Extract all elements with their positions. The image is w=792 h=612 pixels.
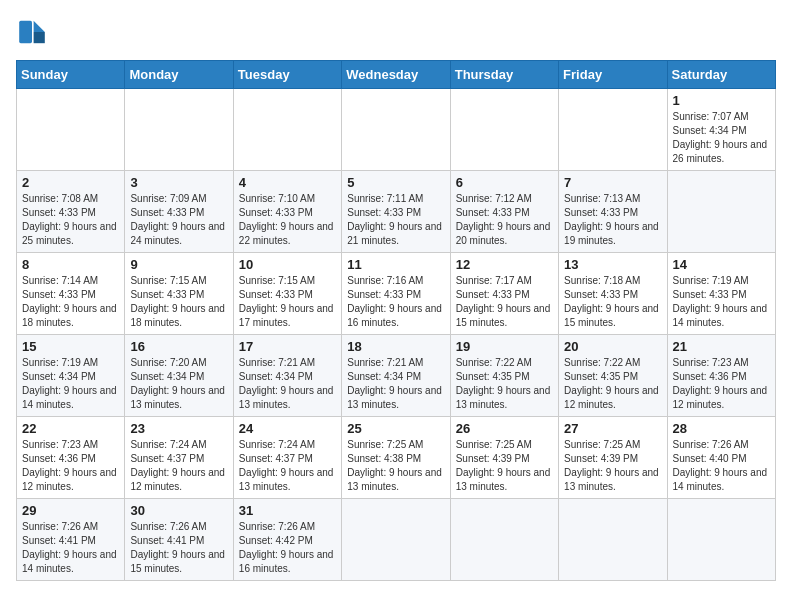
day-info: Sunrise: 7:19 AMSunset: 4:34 PMDaylight:… — [22, 356, 119, 412]
day-number: 26 — [456, 421, 553, 436]
calendar-day: 13Sunrise: 7:18 AMSunset: 4:33 PMDayligh… — [559, 253, 667, 335]
calendar-day: 27Sunrise: 7:25 AMSunset: 4:39 PMDayligh… — [559, 417, 667, 499]
svg-marker-1 — [34, 32, 45, 43]
empty-cell — [559, 89, 667, 171]
calendar-day: 8Sunrise: 7:14 AMSunset: 4:33 PMDaylight… — [17, 253, 125, 335]
day-number: 6 — [456, 175, 553, 190]
calendar-day: 1Sunrise: 7:07 AMSunset: 4:34 PMDaylight… — [667, 89, 775, 171]
weekday-header-row: SundayMondayTuesdayWednesdayThursdayFrid… — [17, 61, 776, 89]
calendar-day — [667, 499, 775, 581]
day-info: Sunrise: 7:07 AMSunset: 4:34 PMDaylight:… — [673, 110, 770, 166]
calendar-week-5: 22Sunrise: 7:23 AMSunset: 4:36 PMDayligh… — [17, 417, 776, 499]
day-info: Sunrise: 7:22 AMSunset: 4:35 PMDaylight:… — [564, 356, 661, 412]
calendar-week-4: 15Sunrise: 7:19 AMSunset: 4:34 PMDayligh… — [17, 335, 776, 417]
day-info: Sunrise: 7:08 AMSunset: 4:33 PMDaylight:… — [22, 192, 119, 248]
calendar-day: 9Sunrise: 7:15 AMSunset: 4:33 PMDaylight… — [125, 253, 233, 335]
day-number: 4 — [239, 175, 336, 190]
calendar-day: 17Sunrise: 7:21 AMSunset: 4:34 PMDayligh… — [233, 335, 341, 417]
calendar-week-1: 1Sunrise: 7:07 AMSunset: 4:34 PMDaylight… — [17, 89, 776, 171]
weekday-header-saturday: Saturday — [667, 61, 775, 89]
day-number: 5 — [347, 175, 444, 190]
calendar-day: 18Sunrise: 7:21 AMSunset: 4:34 PMDayligh… — [342, 335, 450, 417]
calendar-day: 23Sunrise: 7:24 AMSunset: 4:37 PMDayligh… — [125, 417, 233, 499]
day-number: 29 — [22, 503, 119, 518]
day-number: 11 — [347, 257, 444, 272]
day-number: 18 — [347, 339, 444, 354]
calendar-day: 6Sunrise: 7:12 AMSunset: 4:33 PMDaylight… — [450, 171, 558, 253]
page-header — [16, 16, 776, 48]
day-info: Sunrise: 7:25 AMSunset: 4:39 PMDaylight:… — [564, 438, 661, 494]
day-number: 3 — [130, 175, 227, 190]
day-info: Sunrise: 7:18 AMSunset: 4:33 PMDaylight:… — [564, 274, 661, 330]
day-number: 7 — [564, 175, 661, 190]
day-number: 8 — [22, 257, 119, 272]
day-info: Sunrise: 7:26 AMSunset: 4:41 PMDaylight:… — [130, 520, 227, 576]
calendar-day: 21Sunrise: 7:23 AMSunset: 4:36 PMDayligh… — [667, 335, 775, 417]
day-number: 14 — [673, 257, 770, 272]
day-info: Sunrise: 7:12 AMSunset: 4:33 PMDaylight:… — [456, 192, 553, 248]
day-number: 28 — [673, 421, 770, 436]
calendar-day — [450, 499, 558, 581]
day-number: 24 — [239, 421, 336, 436]
calendar-day: 20Sunrise: 7:22 AMSunset: 4:35 PMDayligh… — [559, 335, 667, 417]
day-number: 17 — [239, 339, 336, 354]
day-number: 16 — [130, 339, 227, 354]
day-number: 22 — [22, 421, 119, 436]
calendar-day: 31Sunrise: 7:26 AMSunset: 4:42 PMDayligh… — [233, 499, 341, 581]
day-number: 15 — [22, 339, 119, 354]
calendar-day — [559, 499, 667, 581]
empty-cell — [125, 89, 233, 171]
calendar-day: 15Sunrise: 7:19 AMSunset: 4:34 PMDayligh… — [17, 335, 125, 417]
day-info: Sunrise: 7:10 AMSunset: 4:33 PMDaylight:… — [239, 192, 336, 248]
day-info: Sunrise: 7:24 AMSunset: 4:37 PMDaylight:… — [239, 438, 336, 494]
day-number: 27 — [564, 421, 661, 436]
day-number: 10 — [239, 257, 336, 272]
day-number: 13 — [564, 257, 661, 272]
day-info: Sunrise: 7:24 AMSunset: 4:37 PMDaylight:… — [130, 438, 227, 494]
logo — [16, 16, 52, 48]
calendar-week-2: 2Sunrise: 7:08 AMSunset: 4:33 PMDaylight… — [17, 171, 776, 253]
empty-cell — [233, 89, 341, 171]
day-info: Sunrise: 7:17 AMSunset: 4:33 PMDaylight:… — [456, 274, 553, 330]
day-info: Sunrise: 7:13 AMSunset: 4:33 PMDaylight:… — [564, 192, 661, 248]
calendar-day — [667, 171, 775, 253]
day-number: 25 — [347, 421, 444, 436]
day-number: 19 — [456, 339, 553, 354]
empty-cell — [17, 89, 125, 171]
day-info: Sunrise: 7:26 AMSunset: 4:41 PMDaylight:… — [22, 520, 119, 576]
calendar-day: 24Sunrise: 7:24 AMSunset: 4:37 PMDayligh… — [233, 417, 341, 499]
day-info: Sunrise: 7:19 AMSunset: 4:33 PMDaylight:… — [673, 274, 770, 330]
day-info: Sunrise: 7:21 AMSunset: 4:34 PMDaylight:… — [347, 356, 444, 412]
day-number: 20 — [564, 339, 661, 354]
day-info: Sunrise: 7:09 AMSunset: 4:33 PMDaylight:… — [130, 192, 227, 248]
calendar-day: 11Sunrise: 7:16 AMSunset: 4:33 PMDayligh… — [342, 253, 450, 335]
day-info: Sunrise: 7:14 AMSunset: 4:33 PMDaylight:… — [22, 274, 119, 330]
calendar-day: 19Sunrise: 7:22 AMSunset: 4:35 PMDayligh… — [450, 335, 558, 417]
day-number: 31 — [239, 503, 336, 518]
day-number: 9 — [130, 257, 227, 272]
day-number: 30 — [130, 503, 227, 518]
weekday-header-wednesday: Wednesday — [342, 61, 450, 89]
day-info: Sunrise: 7:25 AMSunset: 4:39 PMDaylight:… — [456, 438, 553, 494]
day-number: 21 — [673, 339, 770, 354]
calendar-day: 12Sunrise: 7:17 AMSunset: 4:33 PMDayligh… — [450, 253, 558, 335]
day-info: Sunrise: 7:26 AMSunset: 4:40 PMDaylight:… — [673, 438, 770, 494]
day-info: Sunrise: 7:25 AMSunset: 4:38 PMDaylight:… — [347, 438, 444, 494]
day-info: Sunrise: 7:23 AMSunset: 4:36 PMDaylight:… — [673, 356, 770, 412]
calendar-day: 22Sunrise: 7:23 AMSunset: 4:36 PMDayligh… — [17, 417, 125, 499]
day-info: Sunrise: 7:20 AMSunset: 4:34 PMDaylight:… — [130, 356, 227, 412]
calendar-table: SundayMondayTuesdayWednesdayThursdayFrid… — [16, 60, 776, 581]
calendar-week-3: 8Sunrise: 7:14 AMSunset: 4:33 PMDaylight… — [17, 253, 776, 335]
weekday-header-friday: Friday — [559, 61, 667, 89]
calendar-day: 5Sunrise: 7:11 AMSunset: 4:33 PMDaylight… — [342, 171, 450, 253]
day-info: Sunrise: 7:21 AMSunset: 4:34 PMDaylight:… — [239, 356, 336, 412]
empty-cell — [342, 89, 450, 171]
day-info: Sunrise: 7:15 AMSunset: 4:33 PMDaylight:… — [239, 274, 336, 330]
svg-marker-0 — [34, 21, 45, 32]
calendar-day: 3Sunrise: 7:09 AMSunset: 4:33 PMDaylight… — [125, 171, 233, 253]
day-number: 23 — [130, 421, 227, 436]
weekday-header-tuesday: Tuesday — [233, 61, 341, 89]
day-info: Sunrise: 7:16 AMSunset: 4:33 PMDaylight:… — [347, 274, 444, 330]
calendar-day: 26Sunrise: 7:25 AMSunset: 4:39 PMDayligh… — [450, 417, 558, 499]
calendar-day — [342, 499, 450, 581]
